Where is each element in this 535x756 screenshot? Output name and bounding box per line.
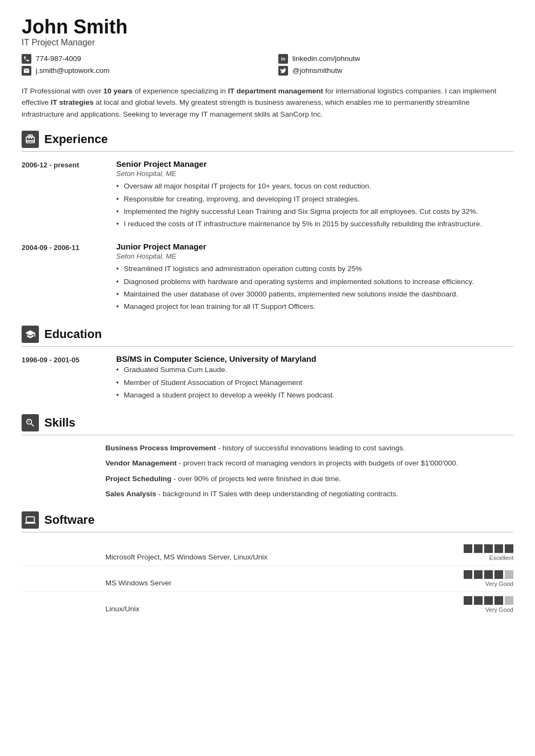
skill-name-2: Vendor Management [105, 459, 177, 467]
software-row-1: Microsoft Project, MS Windows Server, Li… [22, 540, 513, 566]
skills-section: Skills Business Process Improvement - hi… [22, 414, 513, 500]
software-rating-2: Very Good [464, 570, 513, 587]
bullet-item: Maintained the user database of over 300… [116, 289, 513, 300]
skill-item-4: Sales Analysis - background in IT Sales … [105, 489, 513, 500]
software-row-2: MS Windows Server Very Good [22, 566, 513, 592]
linkedin-icon: in [278, 54, 288, 64]
software-section-header: Software [22, 511, 513, 532]
experience-dates-2: 2004-09 - 2006-11 [22, 242, 105, 314]
experience-section: Experience 2006-12 - present Senior Proj… [22, 131, 513, 314]
professional-summary: IT Professional with over 10 years of ex… [22, 85, 513, 120]
bullet-item: Managed a student project to develop a w… [116, 390, 513, 401]
software-name-3: Linux/Unix [105, 605, 139, 613]
bullet-item: Responsible for creating, improving, and… [116, 194, 513, 205]
bullet-item: I reduced the costs of IT infrastructure… [116, 219, 513, 230]
experience-entry-1: 2006-12 - present Senior Project Manager… [22, 159, 513, 231]
software-name-1: Microsoft Project, MS Windows Server, Li… [105, 553, 268, 561]
linkedin-url: linkedin.com/johnutw [292, 55, 360, 63]
edu-bullets-1: Graduated Summa Cum Laude. Member of Stu… [116, 364, 513, 401]
bullets-2: Streamlined IT logistics and administrat… [116, 264, 513, 312]
education-title: Education [44, 327, 102, 341]
rating-label-3: Very Good [485, 606, 513, 613]
email-icon [22, 66, 31, 76]
experience-section-header: Experience [22, 131, 513, 152]
experience-content-1: Senior Project Manager Seton Hospital, M… [116, 159, 513, 231]
education-entry-1: 1996-09 - 2001-05 BS/MS in Computer Scie… [22, 354, 513, 402]
bullet-item: Member of Student Association of Project… [116, 377, 513, 388]
skill-item-3: Project Scheduling - over 90% of project… [105, 474, 513, 484]
bar [474, 570, 483, 579]
job-title-2: Junior Project Manager [116, 242, 513, 251]
software-list: Microsoft Project, MS Windows Server, Li… [22, 540, 513, 617]
edu-dates-1: 1996-09 - 2001-05 [22, 354, 105, 402]
software-rating-1: Excellent [464, 544, 513, 561]
bar [464, 570, 472, 579]
experience-icon [22, 131, 39, 148]
bar [484, 570, 493, 579]
bar [464, 596, 472, 605]
bullet-item: Implemented the highly successful Lean T… [116, 206, 513, 217]
bar [484, 544, 493, 553]
phone-number: 774-987-4009 [36, 55, 81, 63]
skill-name-1: Business Process Improvement [105, 444, 216, 452]
software-rating-3: Very Good [464, 596, 513, 613]
bar [464, 544, 472, 553]
bar [494, 596, 503, 605]
software-icon [22, 511, 39, 529]
experience-entry-2: 2004-09 - 2006-11 Junior Project Manager… [22, 242, 513, 314]
rating-bars-1 [464, 544, 513, 553]
bullets-1: Oversaw all major hospital IT projects f… [116, 181, 513, 230]
bar [474, 544, 483, 553]
email-address: j.smith@uptowork.com [36, 66, 110, 75]
linkedin-contact: in linkedin.com/johnutw [278, 54, 513, 64]
bar [474, 596, 483, 605]
twitter-handle: @johnsmithutw [292, 66, 343, 75]
software-section: Software Microsoft Project, MS Windows S… [22, 511, 513, 617]
software-title: Software [44, 513, 95, 527]
bar [484, 596, 493, 605]
experience-content-2: Junior Project Manager Seton Hospital, M… [116, 242, 513, 314]
candidate-title: IT Project Manager [22, 38, 513, 48]
rating-bars-2 [464, 570, 513, 579]
bullet-item: Streamlined IT logistics and administrat… [116, 264, 513, 274]
twitter-contact: @johnsmithutw [278, 66, 513, 76]
twitter-icon [278, 66, 288, 76]
rating-label-1: Excellent [489, 555, 513, 561]
resume-header: John Smith IT Project Manager 774-987-40… [22, 16, 513, 76]
bullet-item: Graduated Summa Cum Laude. [116, 364, 513, 375]
experience-entries: 2006-12 - present Senior Project Manager… [22, 159, 513, 314]
email-contact: j.smith@uptowork.com [22, 66, 257, 76]
experience-title: Experience [44, 132, 108, 146]
company-1: Seton Hospital, ME [116, 170, 513, 178]
contact-grid: 774-987-4009 in linkedin.com/johnutw j.s… [22, 54, 513, 76]
job-title-1: Senior Project Manager [116, 159, 513, 168]
phone-contact: 774-987-4009 [22, 54, 257, 64]
bar [505, 570, 513, 579]
candidate-name: John Smith [22, 16, 513, 38]
software-name-2: MS Windows Server [105, 579, 171, 587]
degree-1: BS/MS in Computer Science, University of… [116, 354, 513, 363]
software-row-3: Linux/Unix Very Good [22, 592, 513, 617]
education-section: Education 1996-09 - 2001-05 BS/MS in Com… [22, 326, 513, 402]
bullet-item: Diagnosed problems with hardware and ope… [116, 276, 513, 287]
skills-list: Business Process Improvement - history o… [22, 443, 513, 500]
skill-name-4: Sales Analysis [105, 490, 156, 498]
skills-icon [22, 414, 39, 431]
rating-bars-3 [464, 596, 513, 605]
bar [494, 544, 503, 553]
experience-dates-1: 2006-12 - present [22, 159, 105, 231]
phone-icon [22, 54, 31, 64]
skill-item-1: Business Process Improvement - history o… [105, 443, 513, 454]
skills-title: Skills [44, 416, 75, 430]
bullet-item: Managed project for lean training for al… [116, 301, 513, 312]
education-section-header: Education [22, 326, 513, 347]
skills-section-header: Skills [22, 414, 513, 435]
company-2: Seton Hospital, ME [116, 252, 513, 260]
skill-name-3: Project Scheduling [105, 475, 171, 483]
bar [505, 596, 513, 605]
education-icon [22, 326, 39, 343]
rating-label-2: Very Good [485, 580, 513, 587]
bullet-item: Oversaw all major hospital IT projects f… [116, 181, 513, 192]
bar [494, 570, 503, 579]
bar [505, 544, 513, 553]
